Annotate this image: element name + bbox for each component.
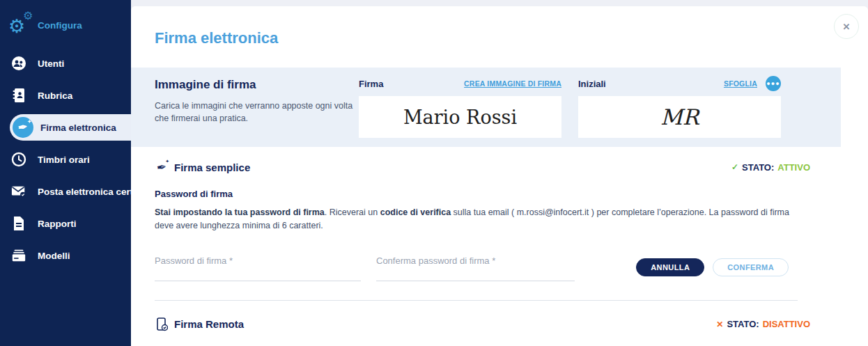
sidebar-item-label: Modelli — [38, 251, 70, 261]
signature-preview: Mario Rossi — [359, 96, 561, 138]
signature-image-section: Immagine di firma Carica le immagini che… — [131, 68, 841, 147]
sidebar: ⚙ ⚙ Configura Utenti Rubrica ✒ ✦ Firma e… — [0, 0, 131, 346]
firma-column: Firma CREA IMMAGINE DI FIRMA Mario Rossi — [359, 77, 561, 138]
firma-elettronica-panel: Firma elettronica ✕ Immagine di firma Ca… — [131, 6, 868, 346]
signature-pen-icon: ✒ ✦ — [155, 160, 169, 174]
conferma-password-di-firma-input[interactable] — [376, 255, 575, 281]
close-icon[interactable]: ✕ — [834, 14, 859, 39]
iniziali-column: Iniziali SFOGLIA ●●● MR — [578, 77, 781, 138]
status-label: STATO: — [727, 319, 759, 329]
section-title: Firma semplice — [174, 162, 250, 173]
password-form-row: ANNULLA CONFERMA — [155, 255, 798, 281]
remote-signature-phone-icon — [155, 317, 169, 331]
templates-icon — [11, 248, 26, 263]
conferma-button[interactable]: CONFERMA — [713, 258, 789, 276]
initials-preview: MR — [578, 96, 781, 138]
gears-icon: ⚙ ⚙ — [8, 12, 35, 38]
sidebar-item-label: Utenti — [38, 58, 64, 69]
sidebar-item-posta-elettronica-certificata[interactable]: Posta elettronica certificata — [0, 175, 131, 207]
section-description: Carica le immagini che verranno apposte … — [155, 100, 355, 125]
more-options-icon[interactable]: ●●● — [766, 76, 781, 91]
sidebar-item-label: Configura — [38, 20, 82, 31]
password-di-firma-subtitle: Password di firma — [155, 189, 798, 199]
sidebar-item-label: Rubrica — [38, 91, 72, 101]
signature-image-info: Immagine di firma Carica le immagini che… — [155, 78, 355, 125]
firma-remota-header: Firma Remota ✕ STATO: DISATTIVO — [155, 316, 798, 333]
iniziali-label: Iniziali — [578, 79, 606, 89]
status-label: STATO: — [742, 162, 774, 173]
status-value: ATTIVO — [777, 162, 810, 173]
sidebar-item-label: Posta elettronica certificata — [38, 187, 131, 197]
sidebar-item-firma-elettronica[interactable]: ✒ ✦ Firma elettronica — [10, 114, 131, 141]
sidebar-item-utenti[interactable]: Utenti — [0, 47, 131, 79]
section-title: Firma Remota — [174, 318, 244, 330]
cross-icon: ✕ — [716, 320, 723, 329]
sidebar-item-modelli[interactable]: Modelli — [0, 239, 131, 272]
status-badge: ✕ STATO: DISATTIVO — [716, 319, 810, 329]
signature-pen-icon: ✒ ✦ — [13, 117, 33, 138]
status-value: DISATTIVO — [763, 319, 810, 329]
certified-mail-icon — [11, 184, 26, 199]
signature-preview-text: Mario Rossi — [403, 107, 517, 128]
sidebar-item-label: Rapporti — [38, 219, 77, 229]
sidebar-item-label: Timbri orari — [38, 155, 90, 165]
page-title: Firma elettronica — [155, 29, 278, 47]
sidebar-item-rapporti[interactable]: Rapporti — [0, 207, 131, 239]
address-book-icon — [11, 88, 26, 103]
sfoglia-link[interactable]: SFOGLIA — [724, 79, 757, 88]
user-email: m.rossi@infocert.it — [517, 207, 589, 217]
section-divider — [155, 300, 798, 301]
firma-semplice-header: ✒ ✦ Firma semplice ✓ STATO: ATTIVO — [155, 159, 798, 175]
crea-immagine-di-firma-link[interactable]: CREA IMMAGINE DI FIRMA — [464, 79, 561, 88]
firma-label: Firma — [359, 79, 383, 89]
sidebar-item-rubrica[interactable]: Rubrica — [0, 79, 131, 111]
main-area: Firma elettronica ✕ Immagine di firma Ca… — [131, 0, 868, 346]
annulla-button[interactable]: ANNULLA — [636, 258, 704, 276]
password-di-firma-input[interactable] — [155, 255, 361, 281]
clock-icon — [11, 152, 26, 167]
password-instructions: Stai impostando la tua password di firma… — [155, 206, 796, 233]
status-badge: ✓ STATO: ATTIVO — [731, 162, 810, 173]
sidebar-item-label: Firma elettronica — [40, 123, 116, 133]
check-icon: ✓ — [731, 162, 738, 172]
initials-preview-text: MR — [660, 104, 699, 129]
users-icon — [11, 56, 26, 71]
sidebar-item-timbri-orari[interactable]: Timbri orari — [0, 143, 131, 175]
section-title: Immagine di firma — [155, 78, 355, 92]
signature-settings: ✒ ✦ Firma semplice ✓ STATO: ATTIVO Passw… — [155, 159, 798, 333]
sidebar-item-configura[interactable]: ⚙ ⚙ Configura — [0, 10, 131, 40]
report-icon — [11, 216, 26, 231]
